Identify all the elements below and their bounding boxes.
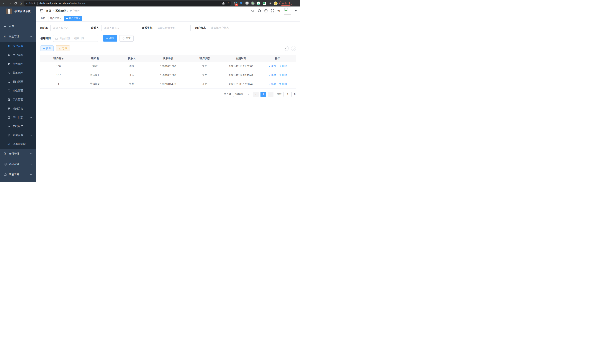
page-size-select[interactable]: 10条/页	[233, 92, 251, 97]
error-code-icon: </>	[7, 143, 10, 146]
recorder-extension-icon[interactable]	[251, 1, 254, 5]
chat-extension-icon[interactable]	[262, 1, 266, 5]
table-row: 107 测试租户 秃头 15601691300 关闭 2021-12-14 20…	[40, 71, 296, 80]
add-button[interactable]: + 新增	[40, 46, 54, 51]
close-tab-icon[interactable]: ×	[60, 17, 61, 20]
app-logo-row[interactable]: 芋道管理系统	[0, 7, 36, 16]
status-text: 关闭	[186, 71, 223, 80]
chevron-down-icon	[30, 134, 32, 136]
close-tab-icon[interactable]: ×	[79, 17, 80, 20]
tenant-name-input[interactable]	[50, 25, 86, 31]
extension-badge-icon[interactable]: 10	[234, 1, 237, 5]
search-button[interactable]: 搜索	[103, 35, 117, 42]
audit-log-icon	[7, 116, 10, 119]
user-avatar[interactable]	[284, 7, 291, 15]
chevron-down-icon	[30, 163, 32, 165]
status-select[interactable]: 请选择租户状态	[208, 25, 244, 31]
address-bar[interactable]: ▲ 不安全 dashboard.yudao.iocoder.cn/system/…	[24, 1, 231, 6]
tab-departments[interactable]: 部门管理 ×	[48, 16, 63, 21]
create-time-range-picker[interactable]: 开始日期 - 结束日期	[53, 35, 98, 42]
sidebar-item-posts[interactable]: 岗位管理	[0, 86, 36, 95]
update-button[interactable]: 更新 ⋮	[279, 1, 292, 6]
browser-toolbar: ← → ⌂ ▲ 不安全 dashboard.yudao.iocoder.cn/s…	[0, 0, 300, 7]
extensions-puzzle-icon[interactable]	[268, 1, 272, 5]
sidebar-item-infrastructure[interactable]: 基础设施	[0, 159, 36, 169]
breadcrumb: 首页 / 系统管理 / 租户管理	[46, 9, 80, 13]
goto-label: 前往	[277, 93, 282, 96]
security-label: 不安全	[28, 2, 36, 5]
sidebar-item-home[interactable]: 首页	[0, 21, 36, 31]
sidebar-item-audit-log[interactable]: 审计日志	[0, 113, 36, 122]
export-button[interactable]: 导出	[56, 46, 70, 51]
command-extension-icon[interactable]: ⌘	[245, 1, 249, 5]
sidebar-item-menus[interactable]: 菜单管理	[0, 68, 36, 77]
share-icon[interactable]	[222, 2, 225, 5]
help-icon[interactable]: ?	[264, 9, 268, 13]
forward-icon[interactable]: →	[8, 2, 11, 5]
home-icon[interactable]: ⌂	[20, 1, 22, 5]
column-header: 联系人	[113, 55, 150, 62]
next-page-button[interactable]: ›	[268, 92, 273, 97]
contact-input[interactable]	[101, 25, 137, 31]
avatar-dropdown-caret-icon[interactable]	[295, 10, 297, 11]
sidebar-item-payment[interactable]: ¥ 支付管理	[0, 149, 36, 159]
infrastructure-icon	[4, 163, 7, 166]
show-search-toggle-button[interactable]	[284, 46, 289, 51]
extension-badge-count: 10	[235, 3, 238, 6]
current-page-button[interactable]: 1	[261, 92, 266, 97]
breadcrumb-home[interactable]: 首页	[46, 9, 51, 13]
gear-icon: ⚙	[4, 35, 7, 38]
reset-button[interactable]: 重置	[119, 35, 134, 42]
header-search-icon[interactable]	[251, 9, 254, 13]
browser-menu-kebab-icon[interactable]: ⋮	[288, 2, 291, 5]
tab-home[interactable]: 首页	[39, 16, 47, 21]
pagination: 共 3 条 10条/页 ‹ 1 › 前往 页	[40, 92, 296, 97]
sidebar-item-departments[interactable]: 部门管理	[0, 77, 36, 86]
delete-link[interactable]: 删除	[279, 65, 287, 68]
sidebar-item-error-codes[interactable]: </> 错误码管理	[0, 140, 36, 149]
plus-icon: +	[43, 47, 45, 50]
sidebar-item-dictionary[interactable]: 字典管理	[0, 95, 36, 104]
table-header-row: 租户编号 租户名 联系人 联系手机 租户状态 创建时间 操作	[40, 55, 296, 62]
tab-tenant[interactable]: 租户管理 ×	[64, 16, 82, 21]
announcement-icon	[7, 107, 10, 110]
column-header: 租户编号	[40, 55, 77, 62]
sidebar-item-sms[interactable]: 短信管理	[0, 131, 36, 140]
sidebar-toggle-icon[interactable]	[39, 9, 43, 12]
sidebar-item-roles[interactable]: 角色管理	[0, 60, 36, 68]
post-badge-icon	[7, 89, 10, 92]
github-icon[interactable]	[258, 9, 261, 13]
url-text: dashboard.yudao.iocoder.cn/system/tenant	[39, 2, 221, 5]
prev-page-button[interactable]: ‹	[253, 92, 259, 97]
y-logo-extension-icon[interactable]: y	[257, 1, 260, 5]
delete-link[interactable]: 删除	[279, 74, 287, 77]
font-size-icon[interactable]: TT	[278, 9, 281, 13]
profile-avatar-icon[interactable]	[274, 1, 278, 5]
breadcrumb-system[interactable]: 系统管理	[55, 9, 66, 13]
back-icon[interactable]: ←	[3, 2, 6, 5]
sidebar-item-dev-tools[interactable]: 研发工具	[0, 169, 36, 180]
edit-link[interactable]: 修改	[268, 65, 276, 68]
sidebar-item-announcements[interactable]: 通知公告	[0, 104, 36, 113]
sidebar-item-system[interactable]: ⚙ 系统管理	[0, 31, 36, 42]
phone-input[interactable]	[155, 25, 190, 31]
sidebar-item-online-users[interactable]: 在线用户	[0, 122, 36, 131]
roles-icon	[7, 63, 10, 65]
reload-icon[interactable]	[14, 2, 17, 5]
edit-link[interactable]: 修改	[268, 74, 276, 77]
refresh-table-button[interactable]	[291, 46, 296, 51]
org-chart-icon	[7, 80, 10, 83]
delete-link[interactable]: 删除	[279, 82, 287, 86]
goto-page-input[interactable]	[283, 92, 292, 97]
balloon-extension-icon[interactable]	[239, 1, 243, 5]
create-time-label: 创建时间	[40, 37, 51, 40]
table-row: 1 芋道源码 芋艿 17321315478 开启 2021-01-05 17:0…	[40, 80, 296, 88]
screen: ← → ⌂ ▲ 不安全 dashboard.yudao.iocoder.cn/s…	[0, 0, 300, 182]
security-warning-icon: ▲	[26, 2, 28, 4]
bookmark-star-icon[interactable]: ☆	[227, 2, 229, 5]
fullscreen-icon[interactable]	[271, 9, 274, 13]
dictionary-icon	[7, 98, 10, 101]
sidebar-item-tenant[interactable]: 租户管理	[0, 42, 36, 51]
edit-link[interactable]: 修改	[268, 82, 276, 86]
sidebar-item-users[interactable]: 用户管理	[0, 51, 36, 60]
